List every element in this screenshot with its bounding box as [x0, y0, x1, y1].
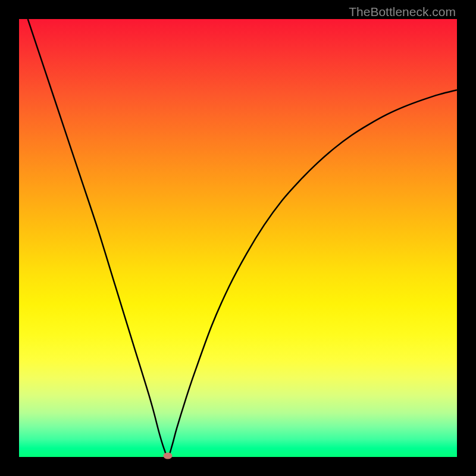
- optimal-point-marker: [164, 453, 173, 459]
- watermark: TheBottleneck.com: [349, 5, 456, 19]
- bottleneck-curve-path: [28, 19, 457, 457]
- plot-area: [19, 19, 457, 457]
- bottleneck-curve-svg: [19, 19, 457, 457]
- chart-container: TheBottleneck.com: [0, 0, 476, 476]
